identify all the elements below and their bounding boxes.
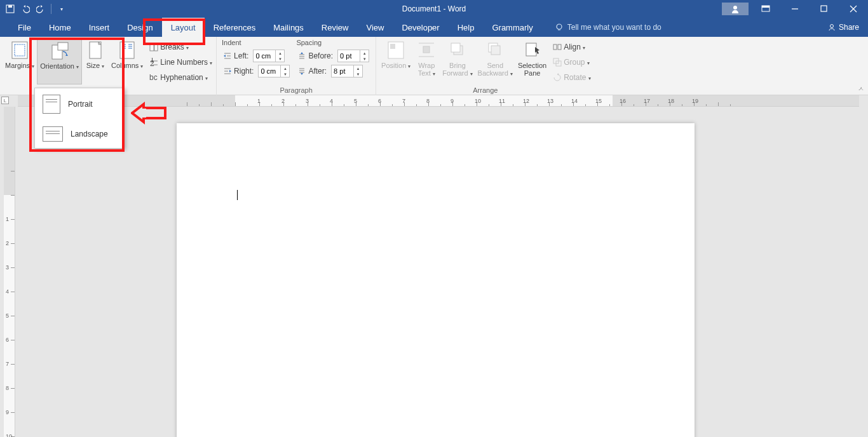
svg-rect-44 <box>390 44 395 49</box>
indent-right-input[interactable]: ▲▼ <box>258 65 290 77</box>
send-backward-button: Send Backward <box>475 39 515 84</box>
tab-grammarly[interactable]: Grammarly <box>483 18 541 37</box>
indent-left-icon <box>223 51 232 60</box>
orientation-landscape[interactable]: Landscape <box>35 120 124 148</box>
tab-review[interactable]: Review <box>313 18 358 37</box>
minimize-icon[interactable] <box>780 0 810 18</box>
tab-developer[interactable]: Developer <box>393 18 448 37</box>
svg-point-11 <box>830 25 833 28</box>
svg-point-2 <box>733 6 737 10</box>
page[interactable] <box>177 123 695 437</box>
columns-icon <box>117 40 137 60</box>
close-icon[interactable] <box>839 0 868 18</box>
tab-references[interactable]: References <box>205 18 264 37</box>
save-icon[interactable] <box>5 4 15 14</box>
svg-rect-54 <box>558 44 561 50</box>
tab-file[interactable]: File <box>9 18 40 37</box>
svg-rect-4 <box>762 6 770 8</box>
svg-point-9 <box>557 24 562 29</box>
wrap-text-icon <box>416 40 437 60</box>
margins-button[interactable]: Margins <box>3 39 37 84</box>
vertical-ruler[interactable]: 12345678910 <box>4 107 15 437</box>
tab-selector[interactable]: L <box>1 97 9 104</box>
hyphenation-icon: bc <box>149 73 158 82</box>
position-icon <box>386 40 406 60</box>
svg-rect-15 <box>58 43 68 50</box>
line-numbers-icon: 12 <box>149 58 158 67</box>
rotate-icon <box>553 73 562 82</box>
group-paragraph: Indent Left: ▲▼ Right: ▲▼ Spacing Before… <box>217 37 376 95</box>
qat-customize-icon[interactable]: ▾ <box>57 4 67 14</box>
undo-icon[interactable] <box>20 4 31 14</box>
indent-left-label: Left: <box>234 51 248 60</box>
svg-rect-25 <box>154 43 158 51</box>
svg-rect-49 <box>451 43 460 52</box>
share-icon <box>827 23 836 32</box>
hyphenation-button[interactable]: bcHyphenation <box>148 71 214 84</box>
svg-text:bc: bc <box>149 73 158 82</box>
tab-design[interactable]: Design <box>118 18 161 37</box>
svg-rect-57 <box>144 108 165 118</box>
indent-left-input[interactable]: ▲▼ <box>253 50 285 62</box>
collapse-ribbon-icon[interactable]: ㅅ <box>858 84 864 93</box>
orientation-button[interactable]: Orientation <box>37 39 82 84</box>
bring-forward-icon <box>447 40 468 60</box>
document-area: L 12345678910111213141516171819 12345678… <box>0 95 868 437</box>
orientation-menu: Portrait Landscape <box>34 88 125 149</box>
spacing-before-label: Before: <box>308 51 333 60</box>
tab-insert[interactable]: Insert <box>80 18 119 37</box>
bring-forward-button: Bring Forward <box>440 39 475 84</box>
maximize-icon[interactable] <box>810 0 839 18</box>
tab-home[interactable]: Home <box>40 18 80 37</box>
ribbon: Margins Orientation Size Columns Breaks … <box>0 37 868 95</box>
document-title: Document1 - Word <box>402 4 466 13</box>
window-buttons <box>722 0 868 18</box>
svg-rect-6 <box>821 6 827 11</box>
group-label-arrange: Arrange <box>376 86 594 95</box>
quick-access-toolbar: ▾ <box>0 4 67 14</box>
tab-view[interactable]: View <box>357 18 393 37</box>
title-bar: ▾ Document1 - Word <box>0 0 868 18</box>
group-icon <box>553 58 562 67</box>
spacing-after-input[interactable]: ▲▼ <box>331 65 363 77</box>
group-label-paragraph: Paragraph <box>217 86 376 95</box>
position-button: Position <box>379 39 413 84</box>
svg-rect-24 <box>150 43 154 51</box>
ribbon-display-icon[interactable] <box>751 0 780 18</box>
group-page-setup: Margins Orientation Size Columns Breaks … <box>0 37 217 95</box>
size-icon <box>85 40 105 60</box>
align-button[interactable]: Align <box>552 40 592 54</box>
orientation-portrait[interactable]: Portrait <box>35 88 124 120</box>
selection-pane-icon <box>522 40 543 60</box>
lightbulb-icon <box>555 23 564 32</box>
indent-right-label: Right: <box>234 67 254 76</box>
svg-rect-45 <box>423 46 430 53</box>
share-button[interactable]: Share <box>827 23 859 32</box>
account-icon[interactable] <box>722 0 751 18</box>
ribbon-tabs: File Home Insert Design Layout Reference… <box>0 18 868 37</box>
margins-icon <box>10 40 30 60</box>
svg-rect-58 <box>142 109 146 118</box>
breaks-icon <box>149 43 158 51</box>
indent-label: Indent <box>222 39 291 48</box>
selection-pane-button[interactable]: Selection Pane <box>515 39 549 84</box>
tab-help[interactable]: Help <box>449 18 484 37</box>
line-numbers-button[interactable]: 12Line Numbers <box>148 55 214 69</box>
spacing-before-input[interactable]: ▲▼ <box>337 50 369 62</box>
svg-text:2: 2 <box>150 59 154 67</box>
annotation-arrow-icon <box>131 100 166 126</box>
size-button[interactable]: Size <box>82 39 109 84</box>
spacing-after-icon <box>297 67 306 76</box>
indent-right-icon <box>223 67 232 76</box>
group-button: Group <box>552 55 592 69</box>
tab-mailings[interactable]: Mailings <box>264 18 313 37</box>
orientation-icon <box>50 41 70 61</box>
svg-rect-51 <box>491 46 500 55</box>
tell-me-search[interactable]: Tell me what you want to do <box>555 23 661 32</box>
breaks-button[interactable]: Breaks <box>148 40 214 54</box>
rotate-button: Rotate <box>552 71 592 84</box>
columns-button[interactable]: Columns <box>109 39 146 84</box>
redo-icon[interactable] <box>36 4 46 14</box>
svg-rect-52 <box>526 43 536 56</box>
tab-layout[interactable]: Layout <box>162 18 205 37</box>
